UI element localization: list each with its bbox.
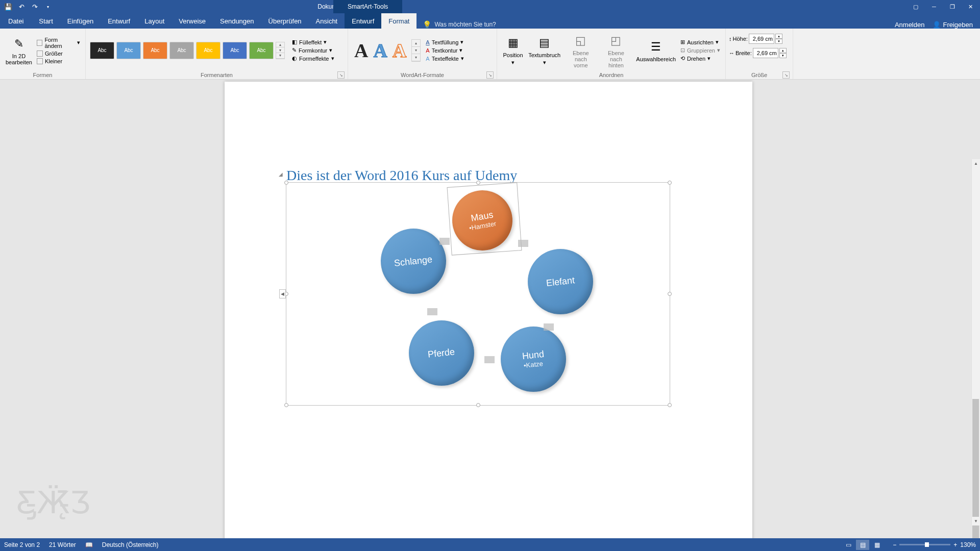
node-title: Pferde bbox=[428, 346, 456, 360]
wordart-style-2[interactable]: A bbox=[373, 39, 387, 62]
tab-review[interactable]: Überprüfen bbox=[261, 13, 309, 29]
tab-insert[interactable]: Einfügen bbox=[60, 13, 101, 29]
resize-handle[interactable] bbox=[476, 181, 480, 185]
tab-layout[interactable]: Layout bbox=[137, 13, 172, 29]
language-indicator[interactable]: Deutsch (Österreich) bbox=[102, 541, 159, 548]
save-button[interactable]: 💾 bbox=[2, 1, 14, 12]
shape-style-blue[interactable]: Abc bbox=[116, 42, 141, 59]
sign-in-link[interactable]: Anmelden bbox=[895, 21, 925, 29]
tab-file[interactable]: Datei bbox=[0, 13, 32, 29]
width-control[interactable]: ↔ Breite: ▲▼ bbox=[729, 48, 787, 58]
zoom-slider[interactable] bbox=[899, 544, 950, 545]
watermark-icon: Ƹ̵̡Ӝ̵̨̄Ʒ bbox=[16, 485, 90, 520]
resize-handle[interactable] bbox=[668, 181, 672, 185]
share-button[interactable]: 👤Freigeben bbox=[933, 21, 973, 29]
spin-up[interactable]: ▲ bbox=[779, 48, 787, 53]
zoom-out-button[interactable]: − bbox=[893, 541, 896, 548]
web-layout-button[interactable]: ▦ bbox=[870, 540, 884, 550]
shape-effects-button[interactable]: ◐Formeffekte ▾ bbox=[290, 55, 336, 62]
resize-handle[interactable] bbox=[668, 292, 672, 296]
smaller-button[interactable]: Kleiner bbox=[35, 58, 82, 65]
shape-outline-button[interactable]: ✎Formkontur ▾ bbox=[290, 46, 336, 54]
spin-down[interactable]: ▼ bbox=[779, 53, 787, 58]
page-indicator[interactable]: Seite 2 von 2 bbox=[4, 541, 40, 548]
text-effects-button[interactable]: ATexteffekte ▾ bbox=[424, 55, 465, 62]
shape-style-black[interactable]: Abc bbox=[90, 42, 114, 59]
ribbon-display-button[interactable]: ▢ bbox=[906, 0, 925, 13]
shape-style-gray[interactable]: Abc bbox=[169, 42, 194, 59]
text-outline-button[interactable]: ATextkontur ▾ bbox=[424, 46, 465, 54]
height-control[interactable]: ↕ Höhe: ▲▼ bbox=[729, 34, 782, 44]
smartart-selection-frame[interactable]: ◀ Maus •Hamster Elefant Hund •Katze bbox=[286, 182, 670, 406]
resize-handle[interactable] bbox=[476, 403, 480, 407]
width-input[interactable] bbox=[753, 48, 778, 58]
larger-button[interactable]: Größer bbox=[35, 50, 82, 57]
resize-handle[interactable] bbox=[284, 403, 288, 407]
shape-fill-button[interactable]: ◧Fülleffekt ▾ bbox=[290, 38, 336, 46]
tab-smartart-design[interactable]: Entwurf bbox=[345, 13, 381, 29]
tab-start[interactable]: Start bbox=[32, 13, 60, 29]
shape-icon bbox=[37, 40, 42, 46]
undo-button[interactable]: ↶ bbox=[15, 1, 28, 12]
spin-down[interactable]: ▼ bbox=[775, 39, 782, 44]
print-layout-button[interactable]: ▤ bbox=[856, 540, 869, 550]
close-button[interactable]: ✕ bbox=[962, 0, 980, 13]
scroll-down-button[interactable]: ▼ bbox=[972, 517, 980, 525]
text-pane-toggle[interactable]: ◀ bbox=[279, 289, 286, 298]
zoom-percent[interactable]: 130% bbox=[960, 541, 976, 548]
page-heading[interactable]: Dies ist der Word 2016 Kurs auf Udemy bbox=[286, 167, 517, 184]
selection-pane-button[interactable]: ☰Auswahlbereich bbox=[633, 38, 678, 63]
zoom-in-button[interactable]: + bbox=[953, 541, 957, 548]
tell-me-search[interactable]: 💡 Was möchten Sie tun? bbox=[416, 20, 502, 29]
smartart-node-hund[interactable]: Hund •Katze bbox=[501, 327, 566, 392]
minimize-button[interactable]: ─ bbox=[925, 0, 943, 13]
zoom-thumb[interactable] bbox=[925, 542, 929, 547]
read-mode-button[interactable]: ▭ bbox=[842, 540, 855, 550]
align-button[interactable]: ⊞Ausrichten ▾ bbox=[678, 38, 722, 46]
shape-style-yellow[interactable]: Abc bbox=[196, 42, 220, 59]
position-button[interactable]: ▦Position▾ bbox=[500, 34, 526, 67]
group-icon: ⊡ bbox=[680, 47, 685, 54]
smartart-node-schlange[interactable]: Schlange bbox=[381, 229, 446, 294]
tab-references[interactable]: Verweise bbox=[172, 13, 213, 29]
height-input[interactable] bbox=[749, 34, 774, 44]
shape-style-darkblue[interactable]: Abc bbox=[223, 42, 247, 59]
shape-style-green[interactable]: Abc bbox=[249, 42, 274, 59]
scroll-up-button[interactable]: ▲ bbox=[972, 159, 980, 168]
resize-handle[interactable] bbox=[284, 181, 288, 185]
smaller-icon bbox=[37, 58, 43, 64]
page[interactable]: ◢ Dies ist der Word 2016 Kurs auf Udemy … bbox=[225, 82, 752, 538]
text-fill-button[interactable]: ATextfüllung ▾ bbox=[424, 38, 465, 46]
smartart-node-elefant[interactable]: Elefant bbox=[528, 249, 593, 314]
spin-up[interactable]: ▲ bbox=[775, 34, 782, 39]
window-controls: ▢ ─ ❐ ✕ bbox=[906, 0, 980, 13]
tab-mailings[interactable]: Sendungen bbox=[213, 13, 261, 29]
wordart-gallery[interactable]: A A A ▴▾▾ bbox=[351, 37, 424, 64]
dialog-launcher[interactable]: ↘ bbox=[486, 71, 494, 79]
vertical-scrollbar[interactable]: ▲ ▼ bbox=[971, 159, 980, 525]
position-icon: ▦ bbox=[505, 35, 521, 51]
resize-handle[interactable] bbox=[668, 403, 672, 407]
redo-button[interactable]: ↷ bbox=[29, 1, 41, 12]
document-area[interactable]: ◢ Dies ist der Word 2016 Kurs auf Udemy … bbox=[0, 80, 980, 538]
wordart-style-1[interactable]: A bbox=[354, 39, 368, 62]
dialog-launcher[interactable]: ↘ bbox=[782, 71, 790, 79]
spell-check-icon[interactable]: 📖 bbox=[85, 541, 93, 548]
qat-customize-button[interactable]: ▾ bbox=[42, 1, 54, 12]
tab-view[interactable]: Ansicht bbox=[309, 13, 345, 29]
tab-smartart-format[interactable]: Format bbox=[381, 13, 416, 29]
word-count[interactable]: 21 Wörter bbox=[49, 541, 76, 548]
rotate-button[interactable]: ⟲Drehen ▾ bbox=[678, 55, 722, 62]
change-shape-button[interactable]: Form ändern ▾ bbox=[35, 36, 82, 49]
shape-style-orange[interactable]: Abc bbox=[143, 42, 167, 59]
shape-style-gallery[interactable]: Abc Abc Abc Abc Abc Abc Abc ▴▾▾ bbox=[89, 41, 286, 60]
maximize-button[interactable]: ❐ bbox=[943, 0, 962, 13]
wordart-style-3[interactable]: A bbox=[393, 39, 406, 62]
wordart-more-button[interactable]: ▴▾▾ bbox=[411, 39, 421, 62]
gallery-more-button[interactable]: ▴▾▾ bbox=[276, 42, 285, 59]
text-wrap-button[interactable]: ▤Textumbruch▾ bbox=[526, 34, 563, 67]
tab-design[interactable]: Entwurf bbox=[101, 13, 137, 29]
dialog-launcher[interactable]: ↘ bbox=[337, 71, 345, 79]
edit-in-2d-button[interactable]: ✎ In 2D bearbeiten bbox=[3, 35, 35, 66]
smartart-node-pferde[interactable]: Pferde bbox=[409, 320, 474, 386]
